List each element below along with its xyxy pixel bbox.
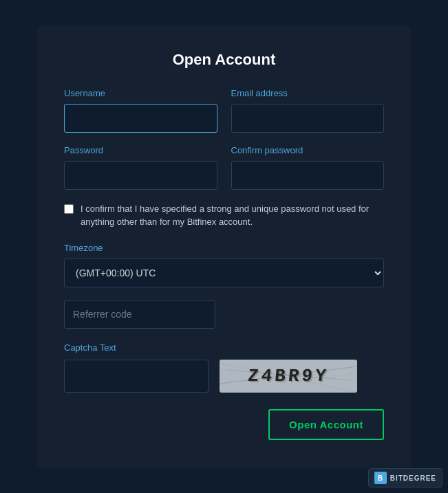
email-input[interactable]	[231, 104, 385, 133]
password-confirm-group: I confirm that I have specified a strong…	[64, 202, 384, 229]
confirm-password-label: Confirm password	[231, 145, 385, 155]
timezone-group: Timezone (GMT+00:00) UTC	[64, 243, 384, 287]
email-group: Email address	[231, 88, 385, 133]
bitdegree-badge: B BITDEGREE	[368, 468, 442, 487]
timezone-select[interactable]: (GMT+00:00) UTC	[64, 259, 384, 287]
password-confirm-checkbox[interactable]	[64, 204, 74, 214]
timezone-label: Timezone	[64, 243, 384, 253]
password-row: Password Confirm password	[64, 145, 384, 190]
captcha-input[interactable]	[64, 360, 209, 393]
submit-row: Open Account	[64, 409, 384, 440]
registration-card: Open Account Username Email address Pass…	[36, 26, 412, 468]
password-label: Password	[64, 145, 217, 155]
bitdegree-icon: B	[374, 472, 387, 484]
bitdegree-label: BITDEGREE	[390, 474, 436, 482]
open-account-button[interactable]: Open Account	[268, 409, 384, 440]
captcha-label: Captcha Text	[64, 342, 384, 353]
username-email-row: Username Email address	[64, 88, 384, 133]
captcha-section: Captcha Text Z4BR9Y	[64, 342, 384, 393]
confirm-password-group: Confirm password	[231, 145, 385, 190]
captcha-row: Z4BR9Y	[64, 360, 384, 393]
confirm-password-input[interactable]	[231, 161, 385, 190]
username-input[interactable]	[64, 104, 217, 133]
captcha-image: Z4BR9Y	[220, 360, 357, 393]
username-label: Username	[64, 88, 217, 98]
username-group: Username	[64, 88, 217, 133]
referrer-input[interactable]	[64, 300, 215, 329]
password-input[interactable]	[64, 161, 217, 190]
card-title: Open Account	[64, 51, 384, 69]
checkbox-label: I confirm that I have specified a strong…	[81, 202, 384, 229]
email-label: Email address	[231, 88, 385, 98]
captcha-text: Z4BR9Y	[247, 366, 330, 386]
password-group: Password	[64, 145, 217, 190]
page-wrapper: Open Account Username Email address Pass…	[0, 0, 448, 493]
referrer-group	[64, 300, 384, 329]
